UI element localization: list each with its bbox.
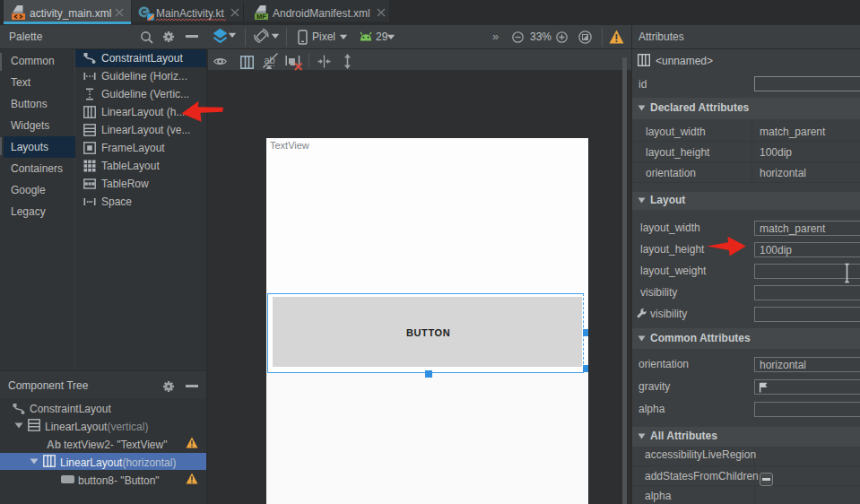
svg-text:ab: ab — [265, 55, 275, 65]
svg-text:MF: MF — [256, 13, 266, 21]
